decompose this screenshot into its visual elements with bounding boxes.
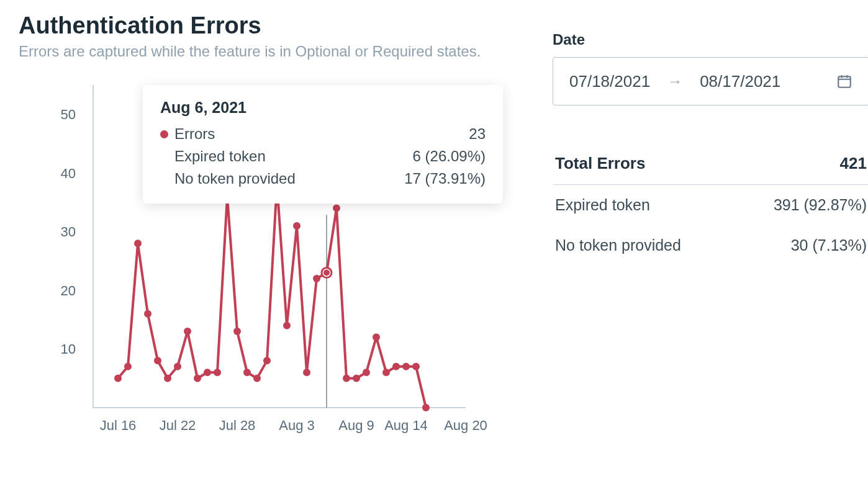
- summary-total-label: Total Errors: [555, 154, 645, 173]
- svg-point-32: [283, 322, 291, 329]
- calendar-icon[interactable]: [836, 73, 852, 89]
- date-end[interactable]: 08/17/2021: [700, 72, 819, 91]
- svg-marker-49: [320, 208, 333, 215]
- svg-point-20: [164, 375, 171, 382]
- svg-text:20: 20: [61, 283, 76, 298]
- svg-point-41: [373, 334, 380, 341]
- arrow-right-icon: →: [667, 73, 682, 90]
- date-field-label: Date: [553, 31, 868, 48]
- summary-row-value: 391 (92.87%): [774, 196, 867, 214]
- svg-text:10: 10: [61, 341, 76, 357]
- svg-point-15: [114, 375, 122, 382]
- tooltip-series-label: Errors: [174, 125, 215, 143]
- summary-total-value: 421: [840, 154, 867, 173]
- date-range-picker[interactable]: 07/18/2021 → 08/17/2021: [553, 57, 868, 105]
- svg-text:Jul 22: Jul 22: [160, 418, 196, 433]
- tooltip-row-label: No token provided: [160, 170, 296, 187]
- svg-point-17: [134, 239, 142, 247]
- date-start[interactable]: 07/18/2021: [569, 72, 650, 91]
- svg-point-22: [184, 328, 191, 335]
- summary-row: Expired token 391 (92.87%): [553, 185, 868, 225]
- svg-point-46: [422, 404, 430, 411]
- series-dot-icon: [160, 130, 168, 138]
- svg-point-37: [333, 205, 340, 212]
- svg-point-24: [204, 369, 211, 376]
- svg-text:Jul 16: Jul 16: [100, 418, 137, 433]
- svg-text:30: 30: [61, 224, 76, 239]
- svg-point-39: [353, 375, 360, 382]
- page-title: Authentication Errors: [19, 12, 528, 39]
- summary-total-row: Total Errors 421: [553, 143, 868, 185]
- svg-point-42: [382, 369, 390, 376]
- svg-point-18: [144, 310, 151, 318]
- svg-point-27: [233, 328, 241, 335]
- tooltip-date: Aug 6, 2021: [160, 99, 486, 117]
- tooltip-row-value: 6 (26.09%): [413, 148, 486, 165]
- svg-text:Aug 3: Aug 3: [279, 418, 315, 433]
- svg-point-44: [402, 363, 410, 370]
- svg-point-19: [154, 357, 161, 364]
- summary-row-label: No token provided: [555, 236, 681, 254]
- svg-text:50: 50: [61, 107, 76, 122]
- summary-row: No token provided 30 (7.13%): [553, 225, 868, 266]
- summary-row-label: Expired token: [555, 196, 650, 214]
- svg-text:Aug 20: Aug 20: [444, 418, 487, 433]
- svg-point-29: [253, 375, 261, 382]
- svg-point-43: [392, 363, 400, 370]
- svg-point-33: [293, 222, 301, 230]
- svg-point-30: [263, 357, 271, 364]
- chart-tooltip: Aug 6, 2021 Errors 23 Expired token 6 (2…: [143, 85, 503, 204]
- svg-text:Jul 28: Jul 28: [219, 418, 256, 433]
- errors-chart[interactable]: 1020304050Jul 16Jul 22Jul 28Aug 3Aug 9Au…: [19, 73, 503, 451]
- svg-point-25: [214, 369, 221, 376]
- svg-point-16: [124, 363, 132, 370]
- svg-text:Aug 9: Aug 9: [338, 418, 374, 433]
- summary-row-value: 30 (7.13%): [791, 236, 867, 254]
- svg-point-28: [243, 369, 251, 376]
- svg-rect-50: [838, 76, 851, 87]
- svg-point-38: [343, 375, 350, 382]
- svg-point-40: [363, 369, 370, 376]
- tooltip-row-value: 17 (73.91%): [404, 170, 486, 187]
- svg-point-48: [323, 270, 330, 276]
- svg-point-45: [412, 363, 420, 370]
- svg-point-23: [194, 375, 201, 382]
- svg-point-34: [303, 369, 310, 376]
- svg-point-35: [313, 275, 320, 282]
- tooltip-row-label: Expired token: [160, 148, 266, 165]
- tooltip-series-value: 23: [469, 125, 486, 143]
- svg-text:Aug 14: Aug 14: [384, 418, 428, 433]
- svg-text:40: 40: [61, 166, 76, 181]
- page-subtitle: Errors are captured while the feature is…: [19, 43, 528, 60]
- svg-point-21: [174, 363, 181, 370]
